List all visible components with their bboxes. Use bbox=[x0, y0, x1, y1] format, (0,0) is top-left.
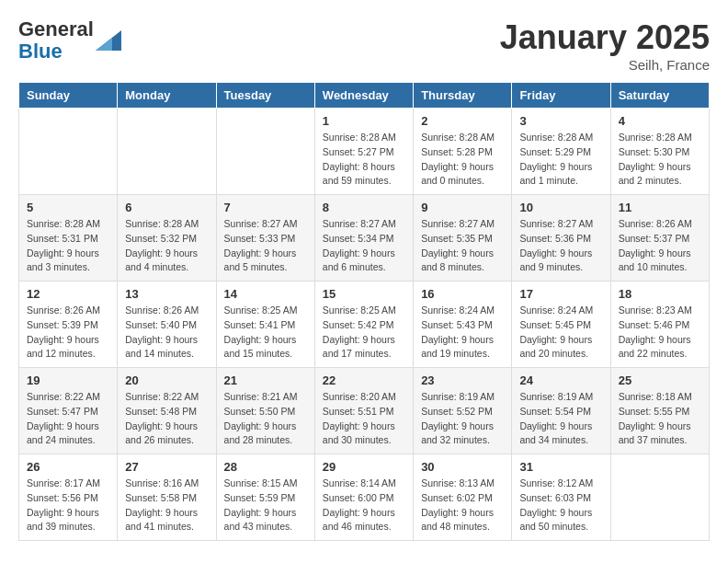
day-info: Sunrise: 8:28 AMSunset: 5:29 PMDaylight:… bbox=[519, 131, 602, 189]
day-number: 22 bbox=[323, 373, 405, 387]
header-row: SundayMondayTuesdayWednesdayThursdayFrid… bbox=[19, 83, 710, 109]
day-cell bbox=[216, 109, 314, 195]
day-cell: 3Sunrise: 8:28 AMSunset: 5:29 PMDaylight… bbox=[512, 109, 610, 195]
calendar-body: 1Sunrise: 8:28 AMSunset: 5:27 PMDaylight… bbox=[19, 109, 710, 541]
title-block: January 2025 Seilh, France bbox=[500, 18, 710, 73]
day-info: Sunrise: 8:13 AMSunset: 6:02 PMDaylight:… bbox=[421, 477, 504, 534]
day-info: Sunrise: 8:28 AMSunset: 5:27 PMDaylight:… bbox=[323, 131, 405, 189]
day-cell: 1Sunrise: 8:28 AMSunset: 5:27 PMDaylight… bbox=[314, 109, 413, 195]
week-row-2: 5Sunrise: 8:28 AMSunset: 5:31 PMDaylight… bbox=[19, 195, 710, 282]
day-number: 14 bbox=[224, 287, 307, 301]
logo-blue: Blue bbox=[18, 40, 63, 63]
day-info: Sunrise: 8:22 AMSunset: 5:47 PMDaylight:… bbox=[27, 390, 109, 448]
day-number: 31 bbox=[519, 460, 602, 474]
day-cell bbox=[19, 109, 118, 195]
week-row-4: 19Sunrise: 8:22 AMSunset: 5:47 PMDayligh… bbox=[19, 368, 710, 454]
day-number: 28 bbox=[224, 460, 307, 474]
day-info: Sunrise: 8:14 AMSunset: 6:00 PMDaylight:… bbox=[323, 477, 405, 534]
day-cell: 5Sunrise: 8:28 AMSunset: 5:31 PMDaylight… bbox=[19, 195, 118, 282]
day-number: 26 bbox=[27, 460, 109, 474]
day-number: 21 bbox=[224, 373, 307, 387]
day-cell: 6Sunrise: 8:28 AMSunset: 5:32 PMDaylight… bbox=[118, 195, 216, 282]
day-number: 29 bbox=[323, 460, 405, 474]
header-wednesday: Wednesday bbox=[314, 83, 413, 109]
day-number: 15 bbox=[323, 287, 405, 301]
day-info: Sunrise: 8:25 AMSunset: 5:42 PMDaylight:… bbox=[323, 304, 405, 362]
day-number: 5 bbox=[27, 201, 109, 214]
day-cell: 20Sunrise: 8:22 AMSunset: 5:48 PMDayligh… bbox=[118, 368, 216, 454]
day-info: Sunrise: 8:27 AMSunset: 5:35 PMDaylight:… bbox=[421, 217, 504, 275]
day-number: 6 bbox=[125, 201, 208, 214]
day-number: 11 bbox=[619, 201, 701, 214]
header-friday: Friday bbox=[512, 83, 610, 109]
day-info: Sunrise: 8:28 AMSunset: 5:31 PMDaylight:… bbox=[27, 217, 109, 275]
day-cell: 27Sunrise: 8:16 AMSunset: 5:58 PMDayligh… bbox=[118, 454, 216, 541]
day-cell: 7Sunrise: 8:27 AMSunset: 5:33 PMDaylight… bbox=[216, 195, 314, 282]
day-cell bbox=[610, 454, 709, 541]
week-row-3: 12Sunrise: 8:26 AMSunset: 5:39 PMDayligh… bbox=[19, 282, 710, 368]
day-cell: 13Sunrise: 8:26 AMSunset: 5:40 PMDayligh… bbox=[118, 282, 216, 368]
logo-general: General bbox=[18, 17, 94, 40]
logo: General Blue bbox=[18, 18, 121, 63]
day-info: Sunrise: 8:19 AMSunset: 5:52 PMDaylight:… bbox=[421, 390, 504, 448]
day-info: Sunrise: 8:21 AMSunset: 5:50 PMDaylight:… bbox=[224, 390, 307, 448]
day-number: 23 bbox=[421, 373, 504, 387]
header-monday: Monday bbox=[118, 83, 216, 109]
day-info: Sunrise: 8:27 AMSunset: 5:33 PMDaylight:… bbox=[224, 217, 307, 275]
day-info: Sunrise: 8:17 AMSunset: 5:56 PMDaylight:… bbox=[27, 477, 109, 534]
day-cell: 23Sunrise: 8:19 AMSunset: 5:52 PMDayligh… bbox=[414, 368, 512, 454]
day-info: Sunrise: 8:26 AMSunset: 5:39 PMDaylight:… bbox=[27, 304, 109, 362]
day-cell bbox=[118, 109, 216, 195]
day-cell: 31Sunrise: 8:12 AMSunset: 6:03 PMDayligh… bbox=[512, 454, 610, 541]
day-number: 24 bbox=[519, 373, 602, 387]
day-number: 30 bbox=[421, 460, 504, 474]
day-cell: 11Sunrise: 8:26 AMSunset: 5:37 PMDayligh… bbox=[610, 195, 709, 282]
day-number: 25 bbox=[619, 373, 701, 387]
day-info: Sunrise: 8:22 AMSunset: 5:48 PMDaylight:… bbox=[125, 390, 208, 448]
day-info: Sunrise: 8:28 AMSunset: 5:28 PMDaylight:… bbox=[421, 131, 504, 189]
day-info: Sunrise: 8:24 AMSunset: 5:43 PMDaylight:… bbox=[421, 304, 504, 362]
header-thursday: Thursday bbox=[414, 83, 512, 109]
day-cell: 26Sunrise: 8:17 AMSunset: 5:56 PMDayligh… bbox=[19, 454, 118, 541]
calendar-table: SundayMondayTuesdayWednesdayThursdayFrid… bbox=[18, 82, 710, 541]
day-info: Sunrise: 8:24 AMSunset: 5:45 PMDaylight:… bbox=[519, 304, 602, 362]
month-title: January 2025 bbox=[500, 18, 710, 57]
day-number: 13 bbox=[125, 287, 208, 301]
day-cell: 25Sunrise: 8:18 AMSunset: 5:55 PMDayligh… bbox=[610, 368, 709, 454]
day-cell: 8Sunrise: 8:27 AMSunset: 5:34 PMDaylight… bbox=[314, 195, 413, 282]
day-number: 18 bbox=[619, 287, 701, 301]
day-info: Sunrise: 8:12 AMSunset: 6:03 PMDaylight:… bbox=[519, 477, 602, 534]
day-number: 4 bbox=[619, 114, 701, 128]
day-info: Sunrise: 8:16 AMSunset: 5:58 PMDaylight:… bbox=[125, 477, 208, 534]
location: Seilh, France bbox=[500, 57, 710, 73]
day-cell: 28Sunrise: 8:15 AMSunset: 5:59 PMDayligh… bbox=[216, 454, 314, 541]
day-info: Sunrise: 8:27 AMSunset: 5:36 PMDaylight:… bbox=[519, 217, 602, 275]
day-cell: 30Sunrise: 8:13 AMSunset: 6:02 PMDayligh… bbox=[414, 454, 512, 541]
day-info: Sunrise: 8:28 AMSunset: 5:30 PMDaylight:… bbox=[619, 131, 701, 189]
logo-icon bbox=[96, 30, 121, 51]
day-info: Sunrise: 8:25 AMSunset: 5:41 PMDaylight:… bbox=[224, 304, 307, 362]
day-number: 3 bbox=[519, 114, 602, 128]
day-cell: 17Sunrise: 8:24 AMSunset: 5:45 PMDayligh… bbox=[512, 282, 610, 368]
day-cell: 24Sunrise: 8:19 AMSunset: 5:54 PMDayligh… bbox=[512, 368, 610, 454]
week-row-5: 26Sunrise: 8:17 AMSunset: 5:56 PMDayligh… bbox=[19, 454, 710, 541]
day-cell: 4Sunrise: 8:28 AMSunset: 5:30 PMDaylight… bbox=[610, 109, 709, 195]
day-cell: 29Sunrise: 8:14 AMSunset: 6:00 PMDayligh… bbox=[314, 454, 413, 541]
day-cell: 2Sunrise: 8:28 AMSunset: 5:28 PMDaylight… bbox=[414, 109, 512, 195]
day-info: Sunrise: 8:28 AMSunset: 5:32 PMDaylight:… bbox=[125, 217, 208, 275]
day-number: 2 bbox=[421, 114, 504, 128]
day-cell: 14Sunrise: 8:25 AMSunset: 5:41 PMDayligh… bbox=[216, 282, 314, 368]
header-tuesday: Tuesday bbox=[216, 83, 314, 109]
day-info: Sunrise: 8:26 AMSunset: 5:40 PMDaylight:… bbox=[125, 304, 208, 362]
day-info: Sunrise: 8:20 AMSunset: 5:51 PMDaylight:… bbox=[323, 390, 405, 448]
logo-text: General Blue bbox=[18, 18, 121, 63]
day-cell: 22Sunrise: 8:20 AMSunset: 5:51 PMDayligh… bbox=[314, 368, 413, 454]
day-number: 1 bbox=[323, 114, 405, 128]
day-number: 9 bbox=[421, 201, 504, 214]
day-cell: 16Sunrise: 8:24 AMSunset: 5:43 PMDayligh… bbox=[414, 282, 512, 368]
page-header: General Blue January 2025 Seilh, France bbox=[18, 18, 710, 73]
day-number: 27 bbox=[125, 460, 208, 474]
day-info: Sunrise: 8:15 AMSunset: 5:59 PMDaylight:… bbox=[224, 477, 307, 534]
day-info: Sunrise: 8:23 AMSunset: 5:46 PMDaylight:… bbox=[619, 304, 701, 362]
day-info: Sunrise: 8:18 AMSunset: 5:55 PMDaylight:… bbox=[619, 390, 701, 448]
